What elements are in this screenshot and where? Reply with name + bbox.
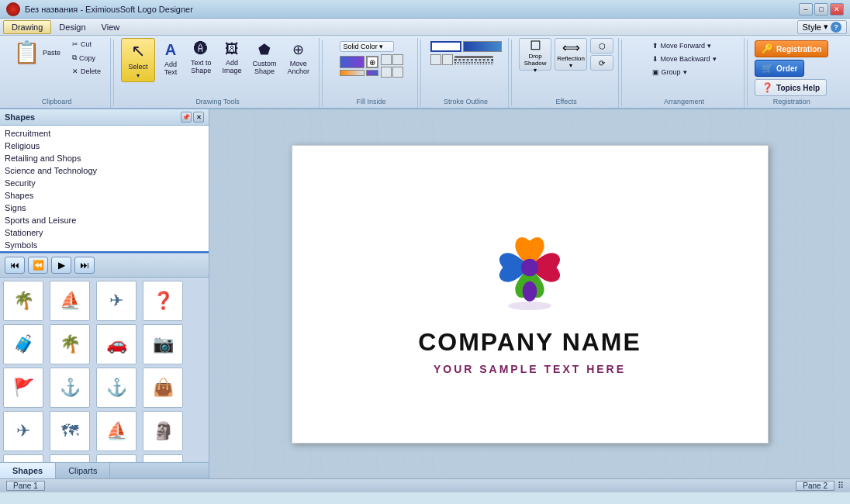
pane2-button[interactable]: Pane 2 — [796, 481, 834, 491]
shape-thumb-12[interactable]: 👜 — [143, 368, 183, 408]
reflection-button[interactable]: ⟺ Reflection ▾ — [555, 38, 587, 71]
stroke-color-btn[interactable] — [430, 41, 461, 52]
panel-pin-button[interactable]: 📌 — [181, 112, 192, 123]
shape-item-symbols[interactable]: Symbols — [0, 239, 209, 251]
stroke-gradient-btn[interactable] — [463, 41, 502, 52]
stroke-opt-2[interactable] — [442, 54, 453, 65]
panel-close-button[interactable]: ✕ — [193, 112, 204, 123]
effect-opt-1[interactable]: ⬡ — [590, 38, 613, 54]
solid-color-dropdown[interactable]: Solid Color ▾ — [340, 41, 394, 52]
shape-thumb-11[interactable]: ⚓ — [96, 368, 136, 408]
shape-item-recruitment[interactable]: Recruitment — [0, 127, 209, 140]
shape-thumb-9[interactable]: 🚩 — [3, 368, 43, 408]
select-label: Select — [129, 63, 148, 71]
custom-shape-button[interactable]: ⬟ CustomShape — [248, 38, 282, 78]
registration-button[interactable]: 🔑 Registration — [755, 40, 828, 57]
shape-thumb-1[interactable]: 🌴 — [3, 281, 43, 321]
fill-option-1[interactable] — [381, 54, 392, 65]
shape-thumb-18[interactable]: 🎒 — [50, 454, 90, 462]
order-label: Order — [776, 64, 797, 73]
tab-shapes[interactable]: Shapes — [0, 463, 56, 478]
shape-item-science[interactable]: Science and Technology — [0, 164, 209, 177]
tab-cliparts[interactable]: Cliparts — [56, 463, 110, 478]
paste-button[interactable]: 📋 Paste — [8, 38, 66, 67]
shape-item-stationery[interactable]: Stationery — [0, 226, 209, 239]
text-to-shape-button[interactable]: 🅐 Text toShape — [186, 38, 216, 78]
maximize-button[interactable]: □ — [814, 3, 828, 16]
main-area: Shapes 📌 ✕ Recruitment Religious Retaili… — [0, 109, 850, 478]
player-prev-button[interactable]: ⏪ — [28, 257, 48, 274]
shape-thumb-13[interactable]: ✈ — [3, 411, 43, 451]
style-dropdown-icon: ▾ — [824, 22, 828, 32]
add-image-button[interactable]: 🖼 AddImage — [218, 38, 247, 78]
move-anchor-label: MoveAnchor — [288, 60, 310, 75]
status-resize-handle[interactable]: ⠿ — [838, 481, 844, 491]
stroke-opt-1[interactable] — [430, 54, 441, 65]
shape-thumb-10[interactable]: ⚓ — [50, 368, 90, 408]
delete-button[interactable]: ✕ Delete — [67, 65, 105, 78]
fill-inside-group: Solid Color ▾ ⊕ — [325, 38, 418, 108]
shape-item-religious[interactable]: Religious — [0, 140, 209, 152]
fill-option-2[interactable] — [392, 54, 403, 65]
shape-item-security[interactable]: Security — [0, 177, 209, 189]
status-bar: Pane 1 Pane 2 ⠿ — [0, 478, 850, 492]
shape-item-travel[interactable]: Travel and Tourism — [0, 251, 209, 253]
status-right: Pane 2 ⠿ — [796, 481, 844, 491]
minimize-button[interactable]: – — [799, 3, 813, 16]
shape-thumb-14[interactable]: 🗺 — [50, 411, 90, 451]
fill-color-picker[interactable]: ⊕ — [366, 56, 378, 68]
shape-thumb-6[interactable]: 🌴 — [50, 324, 90, 364]
close-button[interactable]: ✕ — [830, 3, 844, 16]
menu-drawing[interactable]: Drawing — [3, 20, 51, 34]
effects-label: Effects — [519, 96, 613, 106]
topics-help-button[interactable]: ❓ Topics Help — [755, 79, 827, 96]
svg-point-1 — [523, 281, 537, 301]
group-button[interactable]: ▣ Group ▾ — [648, 66, 692, 78]
fill-option-3[interactable] — [381, 67, 392, 78]
player-controls: ⏮ ⏪ ▶ ⏭ — [0, 254, 209, 278]
shape-thumb-7[interactable]: 🚗 — [96, 324, 136, 364]
shape-thumb-20[interactable]: 🌺 — [143, 454, 183, 462]
move-backward-button[interactable]: ⬇ Move Backward ▾ — [648, 53, 721, 65]
move-anchor-button[interactable]: ⊕ MoveAnchor — [283, 38, 315, 78]
shape-thumb-17[interactable]: 🏕 — [3, 454, 43, 462]
add-image-icon: 🖼 — [225, 41, 239, 57]
shape-item-retailing[interactable]: Retailing and Shops — [0, 152, 209, 164]
copy-button[interactable]: ⧉ Copy — [67, 51, 105, 64]
help-icon[interactable]: ? — [831, 22, 841, 33]
menu-design[interactable]: Design — [51, 21, 93, 33]
shape-thumb-5[interactable]: 🧳 — [3, 324, 43, 364]
shape-item-signs[interactable]: Signs — [0, 202, 209, 214]
shape-thumb-8[interactable]: 📷 — [143, 324, 183, 364]
move-forward-icon: ⬆ — [652, 42, 658, 50]
move-forward-button[interactable]: ⬆ Move Forward ▾ — [648, 40, 717, 52]
shape-item-shapes[interactable]: Shapes — [0, 189, 209, 202]
player-play-button[interactable]: ▶ — [51, 257, 71, 274]
logo-svg — [468, 213, 592, 322]
clipboard-group: 📋 Paste ✂ Cut ⧉ Copy ✕ Delete — [3, 38, 111, 108]
shapes-grid: 🌴 ⛵ ✈ ❓ 🧳 🌴 🚗 📷 🚩 ⚓ ⚓ 👜 ✈ 🗺 ⛵ 🗿 🏕 🎒 🏔 — [3, 281, 206, 462]
effect-opt-2[interactable]: ⟳ — [590, 55, 613, 71]
player-next-button[interactable]: ⏭ — [74, 257, 95, 274]
pane1-button[interactable]: Pane 1 — [6, 481, 45, 491]
add-text-button[interactable]: A AddText — [157, 38, 185, 79]
shape-thumb-2[interactable]: ⛵ — [50, 281, 90, 321]
shape-item-sports[interactable]: Sports and Leisure — [0, 214, 209, 226]
company-name: COMPANY NAME — [418, 328, 641, 357]
order-button[interactable]: 🛒 Order — [755, 60, 804, 77]
svg-point-2 — [508, 301, 551, 309]
player-first-button[interactable]: ⏮ — [5, 257, 25, 274]
style-button[interactable]: Style ▾ ? — [797, 20, 847, 34]
help-topics-icon: ❓ — [762, 82, 773, 93]
drop-shadow-button[interactable]: ◻ DropShadow ▾ — [519, 38, 551, 71]
shape-thumb-4[interactable]: ❓ — [143, 281, 183, 321]
shape-thumb-19[interactable]: 🏔 — [96, 454, 136, 462]
menu-view[interactable]: View — [94, 21, 128, 33]
fill-option-4[interactable] — [392, 67, 403, 78]
shape-thumb-3[interactable]: ✈ — [96, 281, 136, 321]
shape-thumb-15[interactable]: ⛵ — [96, 411, 136, 451]
shape-thumb-16[interactable]: 🗿 — [143, 411, 183, 451]
select-button[interactable]: ↖ Select ▾ — [121, 38, 155, 82]
cut-button[interactable]: ✂ Cut — [67, 38, 105, 50]
design-canvas: COMPANY NAME YOUR SAMPLE TEXT HERE — [292, 145, 769, 444]
